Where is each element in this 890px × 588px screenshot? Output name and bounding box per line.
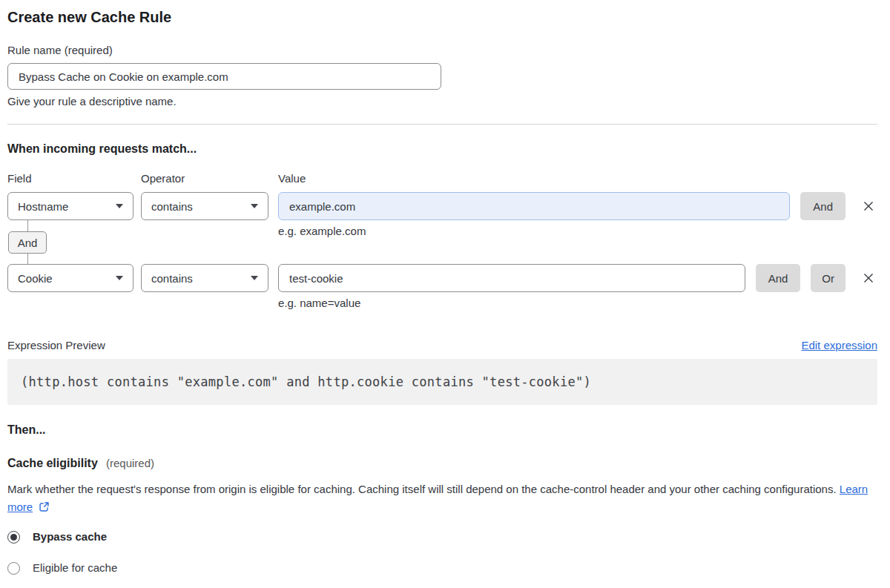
column-label-field: Field — [7, 172, 141, 185]
expression-preview-row: Expression Preview Edit expression — [7, 338, 877, 352]
rule-name-helper: Give your rule a descriptive name. — [7, 95, 877, 108]
value-input-2[interactable] — [278, 264, 745, 292]
column-label-value: Value — [278, 172, 877, 185]
condition-row-2: Cookie contains e.g. name=value And Or — [7, 264, 877, 310]
cache-eligibility-heading: Cache eligibility — [7, 457, 98, 469]
field-select-1[interactable]: Hostname — [7, 192, 134, 220]
operator-select-1[interactable]: contains — [141, 192, 268, 220]
and-button-row-2[interactable]: And — [756, 264, 801, 292]
or-button-row-2[interactable]: Or — [811, 264, 846, 292]
value-column-1: e.g. example.com — [278, 192, 790, 238]
close-icon — [861, 199, 876, 214]
external-link-icon — [39, 501, 50, 512]
radio-option-bypass-cache[interactable]: Bypass cache — [7, 530, 877, 544]
edit-expression-link[interactable]: Edit expression — [801, 338, 877, 352]
chevron-down-icon — [251, 276, 258, 280]
required-note: (required) — [106, 457, 154, 469]
remove-condition-button-1[interactable] — [860, 192, 877, 220]
cache-eligibility-header: Cache eligibility (required) — [7, 455, 877, 471]
description-text: Mark whether the request's response from… — [7, 483, 837, 495]
radio-dot — [10, 534, 17, 541]
then-heading: Then... — [7, 423, 877, 437]
expression-code-block: (http.host contains "example.com" and ht… — [7, 359, 877, 405]
value-hint-1: e.g. example.com — [278, 225, 790, 238]
expression-code: (http.host contains "example.com" and ht… — [21, 374, 591, 389]
chevron-down-icon — [251, 204, 258, 208]
radio-button-unselected[interactable] — [7, 562, 20, 575]
remove-condition-button-2[interactable] — [860, 264, 877, 292]
operator-select-2-value: contains — [151, 272, 193, 285]
rule-name-input[interactable] — [7, 63, 441, 90]
chevron-down-icon — [116, 276, 123, 280]
field-select-2-value: Cookie — [18, 272, 53, 285]
close-icon — [861, 271, 876, 285]
section-divider — [7, 124, 877, 125]
expression-preview-label: Expression Preview — [7, 338, 105, 352]
column-label-operator: Operator — [141, 172, 278, 185]
radio-label-eligible-for-cache[interactable]: Eligible for cache — [33, 561, 117, 575]
value-column-2: e.g. name=value — [278, 264, 745, 310]
value-input-1[interactable] — [278, 192, 790, 220]
chevron-down-icon — [116, 204, 123, 208]
radio-button-selected[interactable] — [7, 531, 20, 544]
and-button-row-1[interactable]: And — [800, 192, 846, 220]
condition-column-headers: Field Operator Value — [7, 172, 877, 185]
match-heading: When incoming requests match... — [7, 142, 877, 156]
field-select-1-value: Hostname — [18, 200, 68, 213]
cache-eligibility-description: Mark whether the request's response from… — [7, 480, 875, 516]
operator-select-2[interactable]: contains — [141, 264, 268, 292]
condition-row-1: Hostname contains e.g. example.com And — [7, 192, 877, 238]
radio-option-eligible-for-cache[interactable]: Eligible for cache — [7, 561, 877, 575]
value-hint-2: e.g. name=value — [278, 297, 745, 310]
create-cache-rule-form: Create new Cache Rule Rule name (require… — [0, 0, 890, 575]
field-select-2[interactable]: Cookie — [7, 264, 134, 292]
operator-select-1-value: contains — [151, 200, 193, 213]
page-title: Create new Cache Rule — [7, 8, 877, 26]
radio-label-bypass-cache[interactable]: Bypass cache — [33, 530, 107, 544]
rule-name-label: Rule name (required) — [7, 44, 877, 57]
condition-rows: And Hostname contains e.g. example.com A… — [7, 192, 877, 310]
